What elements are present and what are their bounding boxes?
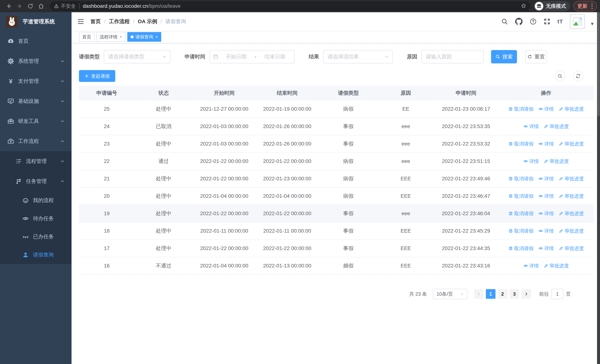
table-row[interactable]: 21 处理中 2022-01-22 00:00:00 2022-01-23 00… [79, 170, 594, 187]
forward-icon[interactable] [15, 1, 24, 11]
table-row[interactable]: 19 处理中 2022-01-22 00:00:00 2022-01-22 00… [79, 205, 594, 222]
next-page-icon[interactable] [521, 289, 531, 299]
sidebar-item-dev-tools[interactable]: 研发工具 [0, 111, 72, 131]
approval-progress-link[interactable]: 审批进度 [559, 193, 584, 199]
table-refresh-icon[interactable] [573, 71, 583, 81]
approval-progress-link[interactable]: 审批进度 [544, 263, 569, 269]
cancel-leave-link[interactable]: 取消请假 [508, 141, 534, 147]
search-button[interactable]: 搜索 [491, 50, 517, 63]
detail-link[interactable]: 详情 [538, 193, 554, 199]
page-size-select[interactable]: 10条/页 [433, 289, 467, 299]
approval-progress-link[interactable]: 审批进度 [559, 245, 584, 252]
detail-link[interactable]: 详情 [538, 210, 554, 217]
help-icon[interactable] [530, 18, 537, 25]
sidebar-item-workflow[interactable]: 工作流程 [0, 131, 72, 151]
back-icon[interactable] [4, 1, 14, 11]
sidebar-item-todo-tasks[interactable]: 待办任务 [0, 209, 72, 228]
reset-button[interactable]: 重置 [525, 50, 547, 63]
breadcrumb-home[interactable]: 首页 [90, 18, 101, 25]
approval-progress-link[interactable]: 审批进度 [559, 176, 584, 182]
table-row[interactable]: 17 处理中 2022-01-22 00:00:00 2022-01-22 00… [79, 240, 594, 257]
close-icon[interactable]: × [119, 35, 122, 39]
detail-link[interactable]: 详情 [523, 158, 539, 165]
github-icon[interactable] [515, 18, 523, 25]
result-select[interactable]: 请选择流结果 [323, 50, 393, 63]
sidebar-item-my-process[interactable]: 我的流程 [0, 191, 72, 209]
approval-progress-link[interactable]: 审批进度 [544, 158, 569, 165]
home-icon[interactable] [36, 1, 46, 11]
header-search-icon[interactable] [501, 18, 508, 25]
close-icon[interactable]: × [155, 35, 158, 39]
start-date-input[interactable] [220, 54, 252, 60]
fullscreen-icon[interactable] [544, 18, 550, 25]
result-label: 结果 [309, 53, 319, 60]
detail-link[interactable]: 详情 [538, 176, 554, 182]
table-row[interactable]: 24 已取消 2022-01-03 00:00:00 2022-01-26 00… [79, 118, 594, 135]
eye-icon [523, 159, 528, 164]
sidebar-item-leave-query[interactable]: 请假查询 [0, 246, 72, 264]
eye-icon [538, 246, 543, 251]
detail-link[interactable]: 详情 [538, 141, 554, 147]
page-button-1[interactable]: 1 [486, 289, 496, 299]
cancel-leave-link[interactable]: 取消请假 [508, 210, 534, 217]
user-avatar[interactable] [570, 14, 585, 29]
table-row[interactable]: 20 处理中 2022-01-04 00:00:00 2022-01-04 00… [79, 187, 594, 205]
end-date-input[interactable] [259, 54, 291, 60]
table-row[interactable]: 22 通过 2022-01-22 00:00:00 2022-01-22 00:… [79, 153, 594, 170]
page-scrollbar[interactable] [597, 12, 600, 364]
font-size-icon[interactable]: tT [557, 18, 563, 25]
cancel-leave-link[interactable]: 取消请假 [508, 106, 534, 112]
approval-progress-link[interactable]: 审批进度 [559, 141, 584, 147]
page-button-3[interactable]: 3 [510, 289, 519, 299]
avatar-caret-icon[interactable]: ▼ [590, 17, 594, 27]
table-row[interactable]: 23 处理中 2022-01-03 00:00:00 2022-01-26 00… [79, 135, 594, 153]
table-row[interactable]: 18 处理中 2022-01-11 00:00:00 2022-01-11 00… [79, 222, 594, 240]
page-button-2[interactable]: 2 [498, 289, 507, 299]
page-content: 请假类型 请选择请假类型 申请时间 - 结果 请选择流结果 [72, 43, 600, 364]
sidebar-item-home[interactable]: 首页 [0, 31, 72, 51]
approval-progress-link[interactable]: 审批进度 [559, 228, 584, 234]
approval-progress-link[interactable]: 审批进度 [559, 106, 584, 112]
table-row[interactable]: 25 处理中 2021-12-27 00:00:00 2022-01-19 00… [79, 101, 594, 118]
reason-input[interactable] [426, 54, 479, 60]
sidebar-item-task-management[interactable]: 任务管理 [0, 171, 72, 191]
cancel-leave-link[interactable]: 取消请假 [508, 193, 534, 199]
sidebar-item-infrastructure[interactable]: 基础设施 [0, 91, 72, 111]
table-search-toggle-icon[interactable] [555, 71, 565, 81]
detail-link[interactable]: 详情 [538, 245, 554, 252]
bookmark-star-icon[interactable] [521, 3, 527, 9]
tab-home[interactable]: 首页 [79, 32, 94, 42]
sidebar-item-system[interactable]: 系统管理 [0, 51, 72, 71]
cancel-leave-link[interactable]: 取消请假 [508, 176, 534, 182]
cancel-leave-link[interactable]: 取消请假 [508, 245, 534, 252]
leave-type-select[interactable]: 请选择请假类型 [104, 50, 170, 63]
url-bar[interactable]: 不安全 dashboard.yudao.iocoder.cn/bpm/oa/le… [50, 1, 530, 11]
reload-icon[interactable] [26, 1, 35, 11]
prev-page-icon[interactable] [474, 289, 484, 299]
sidebar-collapse-icon[interactable] [77, 18, 84, 25]
apply-time-range-picker[interactable]: - [209, 50, 295, 63]
browser-menu-icon[interactable] [590, 3, 594, 9]
security-warning[interactable]: 不安全 [54, 3, 76, 9]
cancel-leave-link[interactable]: 取消请假 [508, 228, 534, 234]
detail-link[interactable]: 详情 [523, 263, 539, 269]
approval-progress-link[interactable]: 审批进度 [559, 210, 584, 217]
cell-actions: 取消请假 详情 审批进度 [498, 263, 594, 269]
table-row[interactable]: 16 不通过 2022-01-04 00:00:00 2022-01-13 00… [79, 257, 594, 275]
detail-link[interactable]: 详情 [538, 106, 554, 112]
detail-link[interactable]: 详情 [538, 228, 554, 234]
detail-link[interactable]: 详情 [523, 123, 539, 130]
create-leave-button[interactable]: 发起请假 [79, 70, 115, 82]
tab-process-detail[interactable]: 流程详情× [96, 32, 125, 42]
breadcrumb-workflow[interactable]: 工作流程 [109, 18, 130, 25]
sidebar-item-done-tasks[interactable]: 已办任务 [0, 228, 72, 246]
browser-update-button[interactable]: 更新 [573, 1, 597, 11]
sidebar-item-payment[interactable]: ¥ 支付管理 [0, 71, 72, 91]
scrollbar-thumb[interactable] [597, 12, 600, 116]
tab-leave-query[interactable]: 请假查询× [127, 32, 161, 42]
app-logo[interactable]: 芋道管理系统 [0, 12, 72, 31]
breadcrumb-oa-example[interactable]: OA 示例 [138, 18, 157, 25]
sidebar-item-process-management[interactable]: 流程管理 [0, 151, 72, 171]
goto-page-input[interactable] [552, 289, 563, 299]
approval-progress-link[interactable]: 审批进度 [544, 123, 569, 130]
